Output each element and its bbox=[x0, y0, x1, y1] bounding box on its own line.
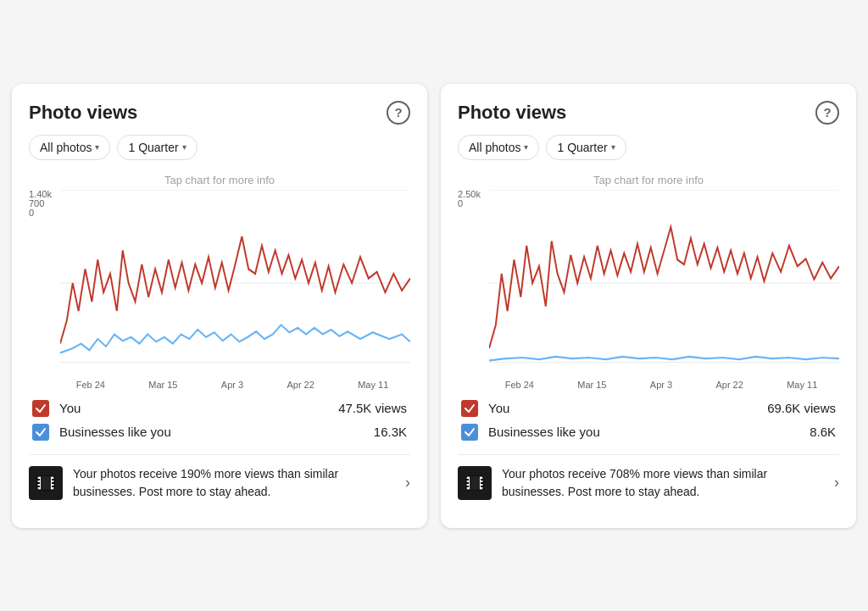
cards-container: Photo views ? All photos ▾ 1 Quarter ▾ T… bbox=[12, 84, 856, 528]
y-labels-2: 2.50k 0 bbox=[458, 190, 486, 225]
svg-rect-21 bbox=[481, 482, 483, 484]
y-label-min-2: 0 bbox=[458, 199, 486, 208]
legend-checkbox-biz-2 bbox=[461, 424, 478, 441]
card-1: Photo views ? All photos ▾ 1 Quarter ▾ T… bbox=[12, 84, 427, 528]
card-2-header: Photo views ? bbox=[458, 101, 839, 125]
info-row-2[interactable]: Your photos receive 708% more views than… bbox=[458, 454, 839, 511]
svg-rect-10 bbox=[52, 486, 54, 487]
card-1-filters: All photos ▾ 1 Quarter ▾ bbox=[29, 135, 410, 160]
svg-rect-7 bbox=[37, 486, 40, 487]
legend-biz-value-1: 16.3K bbox=[374, 425, 407, 439]
legend-row-you-1: You 47.5K views bbox=[32, 400, 407, 417]
y-labels-1: 1.40k 700 0 bbox=[29, 190, 57, 235]
x-label-1-4: May 11 bbox=[358, 380, 388, 390]
card-1-chart-area: Tap chart for more info 1.40k 700 0 bbox=[29, 174, 410, 390]
svg-rect-6 bbox=[37, 482, 40, 484]
svg-rect-19 bbox=[466, 486, 469, 487]
card-1-legend: You 47.5K views Businesses like you 16.3… bbox=[29, 400, 410, 441]
legend-you-label-2: You bbox=[488, 401, 757, 415]
legend-biz-label-2: Businesses like you bbox=[488, 425, 799, 439]
chevron-right-icon-2: › bbox=[834, 474, 839, 492]
x-label-2-3: Apr 22 bbox=[715, 380, 743, 390]
x-label-2-0: Feb 24 bbox=[505, 380, 534, 390]
card-2: Photo views ? All photos ▾ 1 Quarter ▾ T… bbox=[441, 84, 856, 528]
legend-you-label-1: You bbox=[59, 401, 328, 415]
card-2-title: Photo views bbox=[458, 102, 566, 124]
card-1-title: Photo views bbox=[29, 102, 137, 124]
y-label-mid-1: 700 bbox=[29, 199, 57, 208]
svg-rect-8 bbox=[52, 479, 54, 480]
tap-hint-1: Tap chart for more info bbox=[29, 174, 410, 186]
x-label-1-1: Mar 15 bbox=[148, 380, 177, 390]
card-2-chart-area: Tap chart for more info 2.50k 0 bbox=[458, 174, 839, 390]
x-label-2-1: Mar 15 bbox=[577, 380, 606, 390]
filter-photos-2[interactable]: All photos ▾ bbox=[458, 135, 539, 160]
svg-rect-11 bbox=[41, 476, 51, 490]
info-row-1[interactable]: Your photos receive 190% more views than… bbox=[29, 454, 410, 511]
svg-rect-23 bbox=[470, 476, 480, 490]
legend-checkbox-you-2 bbox=[461, 400, 478, 417]
filter-photos-1[interactable]: All photos ▾ bbox=[29, 135, 110, 160]
chart-2[interactable] bbox=[489, 190, 839, 376]
legend-row-biz-1: Businesses like you 16.3K bbox=[32, 424, 407, 441]
x-label-1-3: Apr 22 bbox=[287, 380, 314, 390]
y-label-min-1: 0 bbox=[29, 208, 57, 218]
svg-rect-20 bbox=[481, 479, 483, 480]
chevron-down-icon: ▾ bbox=[95, 142, 99, 152]
help-icon-2[interactable]: ? bbox=[815, 101, 839, 125]
svg-rect-17 bbox=[466, 479, 469, 480]
filter-period-2[interactable]: 1 Quarter ▾ bbox=[546, 135, 626, 160]
y-label-max-2: 2.50k bbox=[458, 190, 486, 199]
x-label-1-0: Feb 24 bbox=[76, 380, 105, 390]
x-label-2-2: Apr 3 bbox=[650, 380, 672, 390]
chevron-down-icon: ▾ bbox=[524, 142, 528, 152]
chevron-down-icon: ▾ bbox=[611, 142, 615, 152]
legend-checkbox-you-1 bbox=[32, 400, 49, 417]
y-label-max-1: 1.40k bbox=[29, 190, 57, 199]
x-label-2-4: May 11 bbox=[787, 380, 817, 390]
x-label-1-2: Apr 3 bbox=[221, 380, 243, 390]
svg-rect-22 bbox=[481, 486, 483, 487]
legend-row-you-2: You 69.6K views bbox=[461, 400, 836, 417]
card-2-legend: You 69.6K views Businesses like you 8.6K bbox=[458, 400, 839, 441]
svg-rect-9 bbox=[52, 482, 54, 484]
film-icon-2 bbox=[458, 466, 492, 500]
x-labels-1: Feb 24 Mar 15 Apr 3 Apr 22 May 11 bbox=[29, 376, 410, 390]
help-icon-1[interactable]: ? bbox=[387, 101, 410, 125]
chevron-down-icon: ▾ bbox=[182, 142, 186, 152]
svg-rect-18 bbox=[466, 482, 469, 484]
legend-checkbox-biz-1 bbox=[32, 424, 49, 441]
info-text-2: Your photos receive 708% more views than… bbox=[502, 465, 824, 501]
filter-period-1[interactable]: 1 Quarter ▾ bbox=[117, 135, 197, 160]
card-1-header: Photo views ? bbox=[29, 101, 410, 125]
chevron-right-icon-1: › bbox=[405, 474, 410, 492]
card-2-filters: All photos ▾ 1 Quarter ▾ bbox=[458, 135, 839, 160]
legend-biz-value-2: 8.6K bbox=[810, 425, 836, 439]
legend-you-value-2: 69.6K views bbox=[767, 401, 836, 415]
svg-rect-5 bbox=[37, 479, 40, 480]
x-labels-2: Feb 24 Mar 15 Apr 3 Apr 22 May 11 bbox=[458, 376, 839, 390]
chart-1[interactable] bbox=[60, 190, 410, 376]
legend-you-value-1: 47.5K views bbox=[338, 401, 407, 415]
info-text-1: Your photos receive 190% more views than… bbox=[73, 465, 395, 501]
legend-row-biz-2: Businesses like you 8.6K bbox=[461, 424, 836, 441]
tap-hint-2: Tap chart for more info bbox=[458, 174, 839, 186]
legend-biz-label-1: Businesses like you bbox=[59, 425, 364, 439]
film-icon-1 bbox=[29, 466, 63, 500]
